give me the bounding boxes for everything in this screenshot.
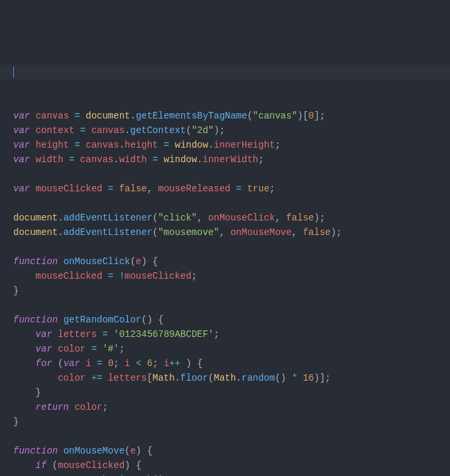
- code-line[interactable]: return color;: [13, 402, 108, 412]
- code-line[interactable]: if (mouseClicked) {: [13, 460, 141, 471]
- code-line[interactable]: document.addEventListener("click", onMou…: [13, 213, 325, 223]
- code-line[interactable]: function onMouseClick(e) {: [13, 256, 158, 267]
- text-cursor: [13, 67, 14, 77]
- code-line[interactable]: var canvas = document.getElementsByTagNa…: [13, 111, 325, 121]
- method-name: getElementsByTagName: [136, 111, 247, 121]
- current-line-highlight: [0, 65, 450, 79]
- object-document: document: [85, 111, 130, 121]
- code-line[interactable]: var mouseClicked = false, mouseReleased …: [13, 183, 275, 194]
- code-line[interactable]: mouseClicked = !mouseClicked;: [13, 271, 197, 281]
- code-line[interactable]: }: [13, 416, 19, 427]
- code-line[interactable]: }: [13, 285, 19, 296]
- function-def: onMouseMove: [64, 446, 125, 456]
- code-line[interactable]: var context = canvas.getContext("2d");: [13, 125, 225, 136]
- code-line[interactable]: document.addEventListener("mousemove", o…: [13, 227, 342, 238]
- code-line[interactable]: var height = canvas.height = window.inne…: [13, 140, 280, 150]
- string-literal: "canvas": [253, 111, 297, 121]
- code-line[interactable]: var width = canvas.width = window.innerW…: [13, 154, 264, 165]
- identifier: canvas: [36, 111, 69, 121]
- code-line[interactable]: color += letters[Math.floor(Math.random(…: [13, 373, 331, 383]
- function-def: onMouseClick: [64, 256, 131, 267]
- code-line[interactable]: function onMouseMove(e) {: [13, 446, 152, 456]
- code-line[interactable]: }: [13, 387, 41, 398]
- code-line[interactable]: function getRandomColor() {: [13, 314, 164, 325]
- code-editor[interactable]: var canvas = document.getElementsByTagNa…: [13, 65, 450, 476]
- code-line[interactable]: var letters = '0123456789ABCDEF';: [13, 329, 219, 340]
- keyword-var: var: [13, 111, 30, 121]
- number-literal: 0: [308, 111, 313, 121]
- function-def: getRandomColor: [64, 314, 142, 325]
- code-line[interactable]: for (var i = 0; i < 6; i++ ) {: [13, 358, 203, 369]
- code-line[interactable]: var color = '#';: [13, 344, 125, 354]
